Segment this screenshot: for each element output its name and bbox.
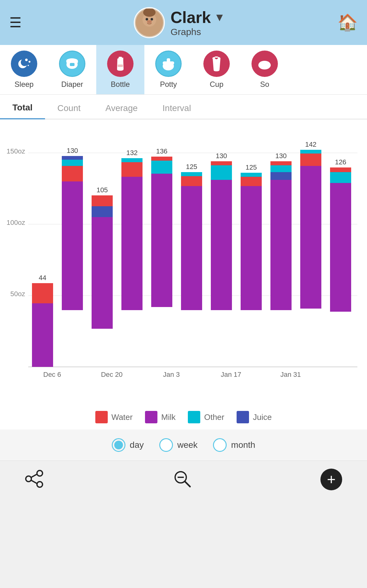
svg-rect-34 [62, 181, 83, 310]
svg-rect-36 [62, 160, 83, 166]
category-potty[interactable]: Potty [144, 45, 193, 94]
time-month[interactable]: month [213, 438, 255, 452]
header-center: Clark ▼ Graphs [134, 7, 225, 38]
baby-avatar-image [135, 9, 163, 37]
tab-total[interactable]: Total [0, 100, 45, 119]
svg-text:Dec 6: Dec 6 [43, 371, 61, 378]
svg-rect-48 [151, 161, 172, 174]
week-label: week [177, 440, 197, 450]
diaper-icon [59, 51, 85, 77]
bar-chart: 150oz 100oz 50oz 44 130 [6, 129, 361, 395]
svg-rect-74 [330, 167, 351, 172]
svg-rect-65 [270, 165, 292, 172]
svg-rect-18 [167, 58, 170, 62]
avatar [134, 7, 165, 38]
legend-other: Other [188, 411, 224, 423]
category-sleep[interactable]: Sleep [0, 45, 48, 94]
other-swatch [188, 411, 200, 423]
svg-point-82 [26, 476, 31, 482]
svg-rect-70 [300, 150, 321, 154]
svg-rect-56 [211, 165, 232, 180]
svg-rect-21 [215, 56, 218, 58]
svg-rect-61 [241, 173, 262, 177]
svg-text:50oz: 50oz [10, 290, 25, 298]
svg-rect-57 [211, 161, 232, 165]
solid-icon [251, 51, 278, 77]
svg-text:142: 142 [305, 140, 317, 148]
svg-rect-51 [181, 186, 202, 310]
milk-label: Milk [161, 412, 175, 422]
potty-icon [155, 51, 182, 77]
cup-icon [203, 51, 230, 77]
category-solid[interactable]: So [241, 45, 289, 94]
svg-rect-13 [70, 63, 75, 66]
dropdown-arrow-icon[interactable]: ▼ [214, 11, 225, 24]
share-button[interactable] [25, 470, 43, 489]
user-name[interactable]: Clark ▼ [170, 8, 225, 27]
zoom-out-button[interactable] [172, 469, 192, 490]
metric-bar: Total Count Average Interval [0, 95, 367, 119]
category-cup[interactable]: Cup [193, 45, 241, 94]
tab-count[interactable]: Count [45, 100, 93, 119]
category-diaper[interactable]: Diaper [48, 45, 96, 94]
svg-text:Jan 31: Jan 31 [280, 371, 301, 378]
day-radio[interactable] [112, 438, 125, 452]
tab-interval[interactable]: Interval [150, 100, 203, 119]
svg-line-84 [31, 474, 37, 477]
week-radio[interactable] [159, 438, 173, 452]
plus-icon: + [327, 471, 336, 488]
share-icon [25, 470, 43, 488]
svg-rect-44 [121, 162, 143, 177]
other-label: Other [204, 412, 224, 422]
svg-text:132: 132 [126, 149, 138, 157]
add-button[interactable]: + [320, 469, 342, 490]
header-title: Clark ▼ Graphs [170, 8, 225, 37]
svg-text:125: 125 [246, 163, 257, 171]
time-day[interactable]: day [112, 438, 144, 452]
chart-area: 150oz 100oz 50oz 44 130 [0, 119, 367, 405]
svg-rect-68 [300, 166, 321, 309]
svg-text:Jan 3: Jan 3 [163, 371, 180, 378]
svg-rect-59 [241, 186, 262, 310]
time-week[interactable]: week [159, 438, 197, 452]
svg-rect-52 [181, 176, 202, 186]
svg-point-4 [151, 18, 153, 20]
milk-swatch [145, 411, 157, 423]
svg-text:44: 44 [39, 274, 46, 282]
svg-rect-72 [330, 183, 351, 312]
svg-rect-49 [151, 157, 172, 161]
svg-text:126: 126 [335, 158, 347, 166]
svg-text:Dec 20: Dec 20 [101, 371, 123, 378]
svg-line-85 [31, 480, 37, 483]
legend-milk: Milk [145, 411, 175, 423]
svg-rect-45 [121, 158, 143, 162]
svg-text:Jan 17: Jan 17 [221, 371, 241, 378]
category-bottle[interactable]: Bottle [96, 45, 144, 94]
svg-text:130: 130 [275, 152, 287, 160]
legend-juice: Juice [237, 411, 272, 423]
hamburger-icon[interactable]: ☰ [9, 16, 21, 29]
svg-text:130: 130 [216, 152, 227, 160]
svg-text:130: 130 [67, 147, 78, 154]
potty-label: Potty [160, 80, 177, 89]
tab-average[interactable]: Average [93, 100, 150, 119]
svg-rect-73 [330, 172, 351, 183]
legend: Water Milk Other Juice [0, 405, 367, 430]
juice-swatch [237, 411, 249, 423]
menu-button[interactable]: ☰ [9, 16, 21, 29]
svg-text:125: 125 [186, 163, 197, 171]
svg-rect-39 [92, 217, 113, 329]
svg-rect-37 [62, 156, 83, 160]
time-selector: day week month [0, 430, 367, 461]
svg-text:150oz: 150oz [7, 147, 25, 155]
cup-label: Cup [210, 80, 223, 89]
svg-rect-31 [32, 303, 53, 367]
svg-rect-40 [92, 206, 113, 217]
home-button[interactable]: 🏠 [338, 13, 358, 32]
svg-point-10 [29, 61, 30, 63]
svg-point-5 [147, 20, 152, 23]
svg-rect-35 [62, 166, 83, 181]
svg-rect-41 [92, 195, 113, 206]
svg-text:100oz: 100oz [7, 219, 25, 226]
month-radio[interactable] [213, 438, 227, 452]
